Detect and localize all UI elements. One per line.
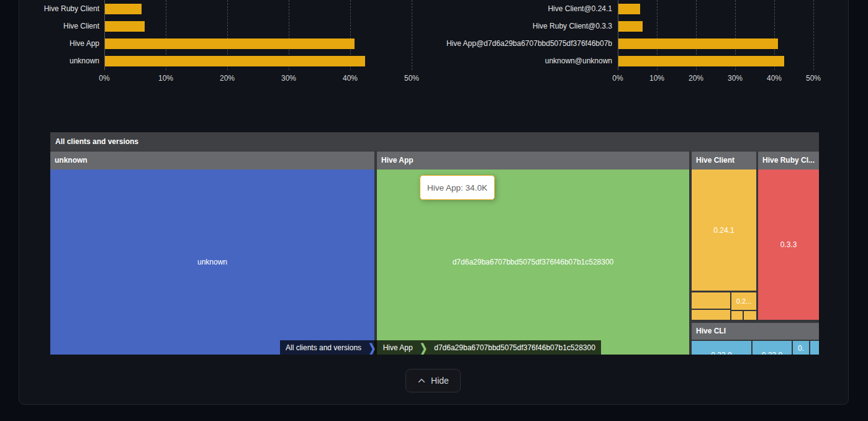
treemap-node-hive-client-0241[interactable]: 0.24.1 xyxy=(692,170,756,291)
x-tick-label: 50% xyxy=(393,74,430,83)
treemap-title[interactable]: All clients and versions xyxy=(50,132,819,151)
chevron-right-icon: ❯ xyxy=(367,338,377,355)
x-tick-label: 40% xyxy=(332,74,369,83)
treemap-node-hive-client-minor-5[interactable] xyxy=(744,311,756,320)
category-label: unknown@unknown xyxy=(433,56,612,66)
treemap-section-header-hive-cli[interactable]: Hive CLI xyxy=(692,323,819,340)
breadcrumb-item-hive-app[interactable]: Hive App xyxy=(377,340,418,355)
treemap-node-hive-cli-4[interactable] xyxy=(810,341,819,355)
x-tick-label: 0% xyxy=(599,74,636,83)
x-tick-label: 20% xyxy=(677,74,715,83)
category-label: Hive Ruby Client@0.3.3 xyxy=(433,21,612,32)
treemap-section-header-hive-app[interactable]: Hive App xyxy=(377,152,689,170)
x-tick-label: 20% xyxy=(209,74,246,83)
treemap-node-unknown-label: unknown xyxy=(197,258,227,266)
category-label: Hive App@d7d6a29ba6707bbd5075df376f46b07… xyxy=(433,38,612,49)
treemap-node-hive-client-minor-2-label: 0.2... xyxy=(736,297,751,305)
bar[interactable] xyxy=(105,38,355,49)
treemap-clients-versions: All clients and versions unknown unknown… xyxy=(50,132,819,355)
x-tick-label: 10% xyxy=(147,74,184,83)
treemap-node-hive-cli-2[interactable]: 0.23.0 xyxy=(753,341,792,355)
chevron-up-icon xyxy=(417,376,426,385)
category-label: Hive Ruby Client xyxy=(6,4,99,14)
hide-button[interactable]: Hide xyxy=(405,369,461,392)
bar[interactable] xyxy=(105,21,145,32)
treemap-node-hive-client-minor-1[interactable] xyxy=(692,292,730,309)
treemap-node-hive-cli-3[interactable]: 0. xyxy=(793,341,809,355)
x-tick-label: 40% xyxy=(756,74,793,83)
bar[interactable] xyxy=(105,4,142,14)
treemap-node-hive-ruby-033-label: 0.3.3 xyxy=(780,240,797,249)
treemap-node-hive-client-minor-4[interactable] xyxy=(731,311,743,320)
treemap-node-hive-cli-1[interactable]: 0.23.0 xyxy=(692,341,751,355)
treemap-node-hive-cli-3-label: 0. xyxy=(798,344,804,353)
x-gridline xyxy=(412,0,412,70)
treemap-node-unknown[interactable]: unknown xyxy=(50,170,374,355)
category-label: Hive App xyxy=(6,38,99,49)
category-label: Hive Client@0.24.1 xyxy=(433,4,612,14)
treemap-node-hive-cli-1-label: 0.23.0 xyxy=(711,351,731,355)
x-tick-label: 50% xyxy=(795,74,832,83)
treemap-section-header-unknown[interactable]: unknown xyxy=(50,152,374,170)
treemap-node-hive-ruby-033[interactable]: 0.3.3 xyxy=(758,170,819,320)
bar-chart-client-versions: 0%10%20%30%40%50%Hive Client@0.24.1Hive … xyxy=(433,0,868,87)
bar-chart-clients: 0%10%20%30%40%50%Hive Ruby ClientHive Cl… xyxy=(0,0,435,87)
breadcrumb-item-root[interactable]: All clients and versions xyxy=(280,340,367,355)
treemap-section-header-hive-ruby-client[interactable]: Hive Ruby Cl... xyxy=(758,152,819,170)
bar[interactable] xyxy=(618,4,640,14)
bar[interactable] xyxy=(105,56,365,66)
treemap-tooltip-text: Hive App: 34.0K xyxy=(427,183,487,192)
x-tick-label: 10% xyxy=(638,74,676,83)
category-label: unknown xyxy=(6,56,99,66)
category-label: Hive Client xyxy=(6,21,99,32)
treemap-node-hive-client-minor-2[interactable]: 0.2... xyxy=(731,292,756,310)
x-tick-label: 0% xyxy=(86,74,123,83)
breadcrumb-item-version-hash[interactable]: d7d6a29ba6707bbd5075df376f46b07b1c528300 xyxy=(428,340,601,355)
treemap-node-hive-client-0241-label: 0.24.1 xyxy=(713,226,734,235)
bar[interactable] xyxy=(618,38,778,49)
hide-button-label: Hide xyxy=(431,376,449,386)
x-tick-label: 30% xyxy=(717,74,754,83)
treemap-tooltip: Hive App: 34.0K xyxy=(420,175,495,200)
treemap-node-hive-client-minor-3[interactable] xyxy=(692,310,730,320)
x-gridline xyxy=(813,0,814,70)
treemap-node-hive-app-version-label: d7d6a29ba6707bbd5075df376f46b07b1c528300 xyxy=(453,258,614,266)
bar[interactable] xyxy=(618,21,643,32)
chevron-right-icon: ❯ xyxy=(418,338,429,355)
treemap-breadcrumb: All clients and versions ❯ Hive App ❯ d7… xyxy=(280,340,601,355)
bar[interactable] xyxy=(618,56,784,66)
treemap-node-hive-cli-2-label: 0.23.0 xyxy=(762,351,782,355)
treemap-section-header-hive-client[interactable]: Hive Client xyxy=(692,152,756,170)
x-tick-label: 30% xyxy=(270,74,307,83)
